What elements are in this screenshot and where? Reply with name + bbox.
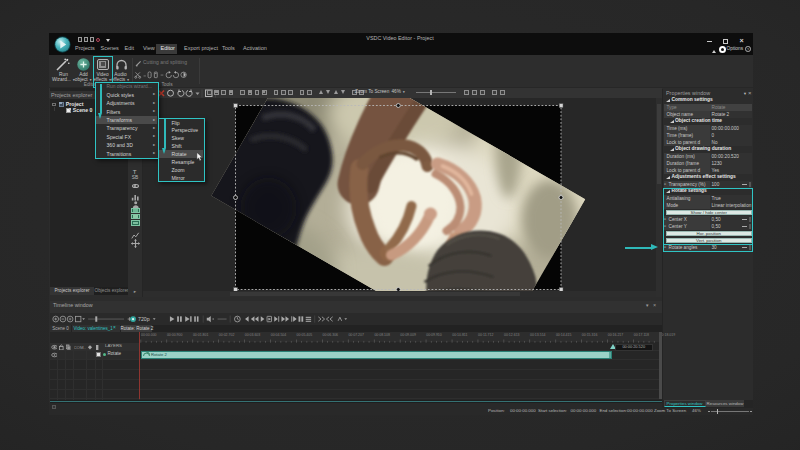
svg-text:720p: 720p [138, 316, 150, 322]
svg-text:COM...: COM... [73, 345, 87, 350]
